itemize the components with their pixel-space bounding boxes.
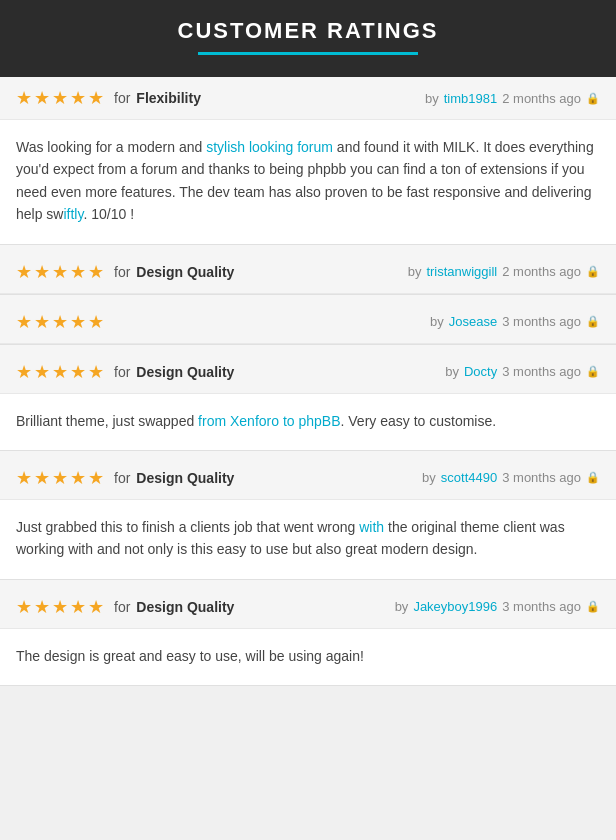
lock-icon: 🔒	[586, 471, 600, 484]
time-ago: 3 months ago	[502, 599, 581, 614]
lock-icon: 🔒	[586, 600, 600, 613]
header-underline	[198, 52, 418, 55]
review-header-left: ★★★★★	[16, 311, 104, 333]
for-text: for	[114, 470, 130, 486]
lock-icon: 🔒	[586, 315, 600, 328]
by-label: by	[430, 314, 444, 329]
review-header-right: byJakeyboy19963 months ago🔒	[395, 599, 600, 614]
star-icon: ★	[34, 87, 50, 109]
review-header-left: ★★★★★forDesign Quality	[16, 261, 234, 283]
review-header: ★★★★★byJosease3 months ago🔒	[0, 301, 616, 344]
category-label: Design Quality	[136, 599, 234, 615]
star-icon: ★	[52, 87, 68, 109]
review-block: ★★★★★forDesign QualitybyDocty3 months ag…	[0, 351, 616, 451]
review-body: Just grabbed this to finish a clients jo…	[0, 500, 616, 579]
review-header-right: bytristanwiggill2 months ago🔒	[408, 264, 600, 279]
star-rating: ★★★★★	[16, 361, 104, 383]
time-ago: 2 months ago	[502, 91, 581, 106]
username[interactable]: Jakeyboy1996	[413, 599, 497, 614]
star-icon: ★	[70, 361, 86, 383]
star-icon: ★	[88, 311, 104, 333]
review-body: The design is great and easy to use, wil…	[0, 629, 616, 685]
star-icon: ★	[52, 596, 68, 618]
star-icon: ★	[34, 467, 50, 489]
star-icon: ★	[52, 311, 68, 333]
star-icon: ★	[34, 261, 50, 283]
by-label: by	[422, 470, 436, 485]
category-label: Design Quality	[136, 364, 234, 380]
review-header-right: byDocty3 months ago🔒	[445, 364, 600, 379]
star-icon: ★	[88, 467, 104, 489]
star-icon: ★	[16, 261, 32, 283]
star-icon: ★	[34, 596, 50, 618]
category-label: Design Quality	[136, 470, 234, 486]
review-block: ★★★★★forDesign QualitybyJakeyboy19963 mo…	[0, 586, 616, 686]
lock-icon: 🔒	[586, 92, 600, 105]
highlight-text: with	[359, 519, 384, 535]
highlight-text: iftly	[63, 206, 83, 222]
star-icon: ★	[34, 361, 50, 383]
highlight-text: stylish looking forum	[206, 139, 333, 155]
username[interactable]: scott4490	[441, 470, 497, 485]
page-title: CUSTOMER RATINGS	[10, 18, 606, 44]
time-ago: 3 months ago	[502, 314, 581, 329]
star-icon: ★	[52, 361, 68, 383]
username[interactable]: Josease	[449, 314, 497, 329]
for-text: for	[114, 264, 130, 280]
star-rating: ★★★★★	[16, 596, 104, 618]
reviews-container: ★★★★★forFlexibilitybytimb19812 months ag…	[0, 77, 616, 686]
category-label: Design Quality	[136, 264, 234, 280]
star-icon: ★	[16, 467, 32, 489]
star-icon: ★	[16, 87, 32, 109]
time-ago: 3 months ago	[502, 364, 581, 379]
star-icon: ★	[34, 311, 50, 333]
review-header-left: ★★★★★forDesign Quality	[16, 596, 234, 618]
review-body: Was looking for a modern and stylish loo…	[0, 120, 616, 244]
review-header: ★★★★★forFlexibilitybytimb19812 months ag…	[0, 77, 616, 120]
for-text: for	[114, 364, 130, 380]
time-ago: 3 months ago	[502, 470, 581, 485]
star-icon: ★	[88, 596, 104, 618]
star-icon: ★	[70, 311, 86, 333]
review-block: ★★★★★forFlexibilitybytimb19812 months ag…	[0, 77, 616, 245]
star-icon: ★	[70, 261, 86, 283]
star-icon: ★	[88, 361, 104, 383]
by-label: by	[425, 91, 439, 106]
star-icon: ★	[16, 361, 32, 383]
star-rating: ★★★★★	[16, 261, 104, 283]
for-text: for	[114, 90, 130, 106]
star-icon: ★	[70, 467, 86, 489]
by-label: by	[445, 364, 459, 379]
star-rating: ★★★★★	[16, 467, 104, 489]
time-ago: 2 months ago	[502, 264, 581, 279]
review-header: ★★★★★forDesign QualitybyJakeyboy19963 mo…	[0, 586, 616, 629]
star-icon: ★	[16, 311, 32, 333]
lock-icon: 🔒	[586, 365, 600, 378]
review-block: ★★★★★forDesign Qualitybyscott44903 month…	[0, 457, 616, 580]
review-header: ★★★★★forDesign Qualitybyscott44903 month…	[0, 457, 616, 500]
header: CUSTOMER RATINGS	[0, 0, 616, 77]
review-block: ★★★★★byJosease3 months ago🔒	[0, 301, 616, 345]
review-header: ★★★★★forDesign Qualitybytristanwiggill2 …	[0, 251, 616, 294]
by-label: by	[395, 599, 409, 614]
review-header-left: ★★★★★forDesign Quality	[16, 361, 234, 383]
username[interactable]: timb1981	[444, 91, 497, 106]
highlight-text: from Xenforo to phpBB	[198, 413, 340, 429]
review-header-right: byscott44903 months ago🔒	[422, 470, 600, 485]
review-header-right: byJosease3 months ago🔒	[430, 314, 600, 329]
review-block: ★★★★★forDesign Qualitybytristanwiggill2 …	[0, 251, 616, 295]
for-text: for	[114, 599, 130, 615]
star-icon: ★	[52, 467, 68, 489]
review-header-left: ★★★★★forFlexibility	[16, 87, 201, 109]
username[interactable]: tristanwiggill	[426, 264, 497, 279]
lock-icon: 🔒	[586, 265, 600, 278]
star-rating: ★★★★★	[16, 311, 104, 333]
star-icon: ★	[70, 87, 86, 109]
by-label: by	[408, 264, 422, 279]
category-label: Flexibility	[136, 90, 201, 106]
star-icon: ★	[88, 87, 104, 109]
page-wrapper: CUSTOMER RATINGS ★★★★★forFlexibilitybyti…	[0, 0, 616, 686]
username[interactable]: Docty	[464, 364, 497, 379]
star-icon: ★	[52, 261, 68, 283]
review-header-left: ★★★★★forDesign Quality	[16, 467, 234, 489]
